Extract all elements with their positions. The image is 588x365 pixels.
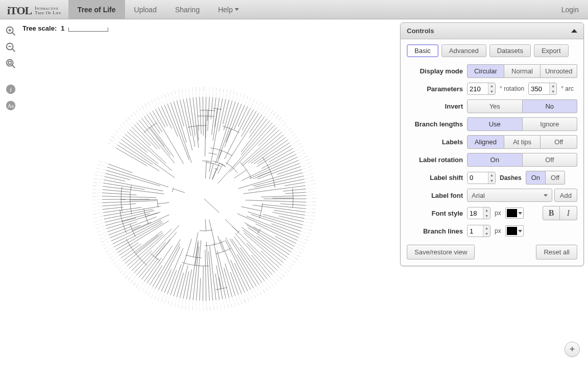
svg-line-198 — [286, 135, 290, 138]
svg-text:·······: ······· — [95, 170, 100, 174]
svg-line-282 — [303, 225, 308, 226]
tab-datasets[interactable]: Datasets — [489, 44, 531, 57]
svg-line-77 — [167, 103, 189, 159]
label-shift-value[interactable] — [468, 172, 488, 184]
dashes-off[interactable]: Off — [546, 171, 565, 185]
svg-text:·······: ······· — [311, 182, 315, 186]
labels-aligned[interactable]: Aligned — [467, 135, 504, 149]
logo[interactable]: iTOL Interactive Tree Of Life — [0, 0, 68, 19]
label-label-rotation: Label rotation — [407, 156, 467, 164]
tab-export[interactable]: Export — [534, 44, 569, 57]
svg-line-586 — [209, 220, 215, 245]
reset-all-button[interactable]: Reset all — [536, 245, 577, 259]
svg-line-513 — [105, 238, 110, 240]
branch-lines-down[interactable]: ▼ — [483, 231, 490, 237]
branch-lines-input[interactable]: ▲▼ — [467, 225, 491, 237]
labels-off[interactable]: Off — [541, 135, 577, 149]
bold-button[interactable]: B — [543, 206, 560, 220]
tab-basic[interactable]: Basic — [407, 44, 438, 57]
controls-header[interactable]: Controls — [401, 23, 583, 39]
italic-button[interactable]: I — [560, 206, 577, 220]
svg-line-164 — [226, 113, 259, 164]
branch-lengths-use[interactable]: Use — [467, 117, 523, 131]
label-shift-input[interactable]: ▲▼ — [467, 172, 496, 184]
svg-text:·······: ······· — [312, 207, 316, 211]
svg-line-66 — [153, 105, 156, 109]
svg-line-116 — [208, 97, 209, 131]
zoom-in-button[interactable] — [4, 24, 17, 38]
save-restore-button[interactable]: Save/restore view — [407, 245, 475, 259]
svg-line-294 — [299, 238, 303, 240]
branch-lines-up[interactable]: ▲ — [483, 225, 490, 231]
add-fab[interactable]: + — [565, 342, 580, 357]
font-size-value[interactable] — [468, 207, 483, 219]
svg-line-167 — [250, 115, 262, 133]
nav-login[interactable]: Login — [552, 0, 588, 19]
collapse-icon[interactable] — [571, 29, 577, 33]
branch-lengths-ignore[interactable]: Ignore — [523, 117, 578, 131]
rotation-input[interactable]: ▲▼ — [467, 83, 496, 95]
dashes-on[interactable]: On — [526, 171, 546, 185]
arc-step-up[interactable]: ▲ — [550, 83, 556, 89]
zoom-out-button[interactable] — [4, 41, 17, 54]
branch-color-picker[interactable] — [505, 225, 524, 237]
svg-text:·······: ······· — [225, 89, 229, 93]
info-button[interactable]: i — [4, 83, 17, 96]
nav-sharing[interactable]: Sharing — [166, 0, 209, 19]
svg-text:·······: ······· — [93, 216, 98, 219]
svg-line-368 — [220, 240, 242, 294]
svg-line-519 — [103, 232, 107, 233]
svg-line-263 — [280, 204, 306, 205]
svg-line-501 — [111, 250, 116, 252]
font-color-picker[interactable] — [505, 207, 524, 219]
rotation-step-up[interactable]: ▲ — [488, 83, 495, 89]
svg-line-53 — [144, 116, 174, 158]
svg-line-536 — [103, 207, 142, 213]
svg-line-510 — [107, 241, 111, 243]
svg-line-237 — [304, 175, 309, 176]
nav-help[interactable]: Help — [209, 0, 248, 19]
arc-step-down[interactable]: ▼ — [550, 89, 556, 94]
font-button[interactable]: Aa — [4, 99, 17, 112]
branch-lines-value[interactable] — [468, 225, 483, 237]
label-font-add[interactable]: Add — [554, 189, 577, 202]
label-rotation-off[interactable]: Off — [523, 153, 578, 167]
invert-yes[interactable]: Yes — [467, 99, 523, 113]
label-shift-down[interactable]: ▼ — [488, 178, 495, 184]
invert-no[interactable]: No — [523, 99, 578, 113]
svg-line-420 — [186, 299, 187, 304]
display-mode-unrooted[interactable]: Unrooted — [541, 64, 577, 78]
font-size-down[interactable]: ▼ — [483, 213, 490, 219]
svg-line-317 — [241, 227, 285, 260]
svg-line-453 — [150, 287, 153, 292]
nav-upload[interactable]: Upload — [125, 0, 166, 19]
display-mode-normal[interactable]: Normal — [504, 64, 541, 78]
label-shift-up[interactable]: ▲ — [488, 172, 495, 178]
label-font-select[interactable]: Arial — [467, 189, 552, 202]
circular-tree-view[interactable]: ········································… — [20, 25, 388, 362]
tab-advanced[interactable]: Advanced — [442, 44, 486, 57]
svg-text:·······: ······· — [240, 300, 243, 304]
svg-text:·······: ······· — [92, 202, 96, 205]
label-rotation-on[interactable]: On — [467, 153, 523, 167]
svg-line-81 — [169, 98, 170, 102]
svg-text:Aa: Aa — [8, 103, 14, 109]
svg-line-305 — [253, 227, 292, 249]
font-size-input[interactable]: ▲▼ — [467, 207, 491, 219]
font-size-up[interactable]: ▲ — [483, 207, 490, 213]
display-mode-circular[interactable]: Circular — [467, 64, 504, 78]
rotation-value[interactable] — [468, 83, 488, 94]
svg-text:·······: ······· — [92, 199, 96, 201]
arc-value[interactable] — [529, 83, 549, 94]
svg-rect-9 — [8, 61, 11, 64]
zoom-fit-button[interactable] — [4, 57, 17, 70]
labels-at-tips[interactable]: At tips — [504, 135, 541, 149]
arc-input[interactable]: ▲▼ — [528, 83, 557, 95]
svg-line-429 — [176, 297, 177, 302]
svg-line-129 — [223, 93, 224, 98]
rotation-step-down[interactable]: ▼ — [488, 89, 495, 94]
nav-tree-of-life[interactable]: Tree of Life — [68, 0, 125, 19]
svg-line-560 — [103, 186, 164, 194]
svg-line-246 — [305, 185, 310, 186]
svg-line-219 — [298, 155, 302, 157]
